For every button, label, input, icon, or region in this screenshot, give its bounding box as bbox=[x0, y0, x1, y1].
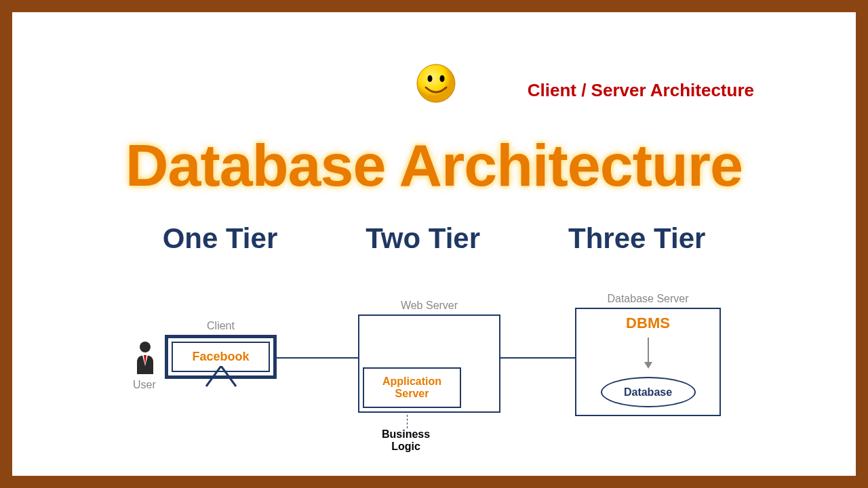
tier-row: One Tier Two Tier Three Tier bbox=[12, 222, 856, 255]
connection-web-db bbox=[500, 357, 575, 359]
monitor-stand-icon bbox=[201, 366, 241, 392]
web-server-tier: Web Server Application Server bbox=[358, 300, 500, 413]
user-label: User bbox=[133, 379, 156, 391]
database-server-tier: Database Server DBMS Database bbox=[575, 293, 721, 416]
database-server-label: Database Server bbox=[575, 293, 721, 305]
connection-client-web bbox=[277, 357, 358, 359]
business-logic-label: Business Logic bbox=[382, 428, 430, 452]
svg-line-4 bbox=[206, 366, 221, 386]
smiley-icon bbox=[416, 63, 456, 104]
tier-one-label: One Tier bbox=[163, 222, 278, 255]
user-icon bbox=[133, 340, 157, 377]
svg-point-0 bbox=[417, 64, 455, 102]
slide-frame: Client / Server Architecture Database Ar… bbox=[0, 0, 868, 488]
tier-two-label: Two Tier bbox=[366, 222, 480, 255]
dbms-label: DBMS bbox=[626, 314, 670, 332]
application-server-text: Application Server bbox=[382, 375, 441, 399]
svg-point-3 bbox=[140, 342, 151, 352]
subtitle-text: Client / Server Architecture bbox=[528, 80, 754, 101]
database-label: Database bbox=[624, 386, 672, 399]
svg-point-1 bbox=[428, 75, 433, 82]
main-title: Database Architecture bbox=[12, 131, 856, 200]
arrow-down-icon bbox=[642, 336, 655, 373]
client-label: Client bbox=[165, 320, 277, 332]
web-server-box: Application Server bbox=[358, 314, 500, 413]
tier-three-label: Three Tier bbox=[568, 222, 705, 255]
web-server-label: Web Server bbox=[358, 300, 500, 312]
database-ellipse: Database bbox=[601, 377, 696, 407]
database-server-box: DBMS Database bbox=[575, 308, 721, 416]
svg-point-2 bbox=[440, 75, 445, 82]
application-server-box: Application Server bbox=[363, 367, 461, 408]
architecture-diagram: User Client Facebook Web Server Applicat… bbox=[12, 283, 856, 452]
svg-line-5 bbox=[221, 366, 236, 386]
svg-marker-7 bbox=[644, 362, 652, 369]
client-app-name: Facebook bbox=[192, 350, 249, 364]
business-logic-connector bbox=[407, 415, 408, 428]
